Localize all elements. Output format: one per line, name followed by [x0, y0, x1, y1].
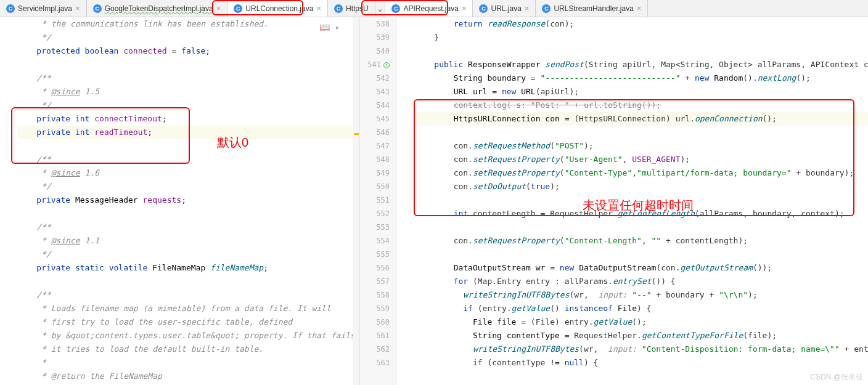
tab-bar: CServiceImpl.java×CGoogleTokenDispatcher…	[0, 0, 868, 17]
code-line[interactable]: * @since 1.6	[17, 166, 359, 180]
code-line[interactable]: private MessageHeader requests;	[17, 193, 359, 207]
tab-httpsu[interactable]: CHttpsU	[328, 0, 375, 17]
code-line[interactable]: */	[17, 180, 359, 193]
code-line[interactable]: /**	[17, 221, 359, 234]
code-line[interactable]: * @since 1.5	[17, 85, 359, 99]
code-line[interactable]	[415, 126, 868, 139]
code-line[interactable]: String contentType = RequestHelper.getCo…	[415, 329, 868, 342]
code-line[interactable]: */	[17, 248, 359, 261]
right-editor-pane: 538539540541I542543544545546547548549550…	[359, 17, 868, 385]
tab-label: ServiceImpl.java	[18, 4, 72, 13]
code-line[interactable]: * it tries to load the default built-in …	[17, 342, 359, 356]
code-line[interactable]	[415, 248, 868, 261]
code-line[interactable]	[17, 207, 359, 221]
code-line[interactable]: * by &quot;content.types.user.table&quot…	[17, 329, 359, 342]
tab-label: GoogleTokenDispatcherImpl.java	[105, 4, 213, 13]
code-line[interactable]: * @since 1.1	[17, 234, 359, 248]
code-line[interactable]: /**	[17, 288, 359, 302]
code-line[interactable]: return readResponse(con);	[415, 17, 868, 31]
code-line[interactable]: private int readTimeout;	[17, 126, 359, 139]
code-line[interactable]: */	[17, 99, 359, 112]
close-icon[interactable]: ×	[525, 4, 530, 13]
editor-split: * the communications link has been estab…	[0, 17, 868, 385]
class-icon: C	[391, 4, 400, 13]
code-line[interactable]: public ResponseWrapper sendPost(String a…	[415, 58, 868, 71]
code-line[interactable]: DataOutputStream wr = new DataOutputStre…	[415, 261, 868, 275]
left-code-area[interactable]: * the communications link has been estab…	[0, 17, 359, 383]
watermark: CSDN @张名佳	[810, 372, 863, 383]
code-line[interactable]: URL url = new URL(apiUrl);	[415, 85, 868, 99]
left-editor-pane: * the communications link has been estab…	[0, 17, 359, 385]
code-line[interactable]: * the communications link has been estab…	[17, 17, 359, 31]
code-line[interactable]	[17, 139, 359, 153]
close-icon[interactable]: ×	[216, 4, 221, 13]
class-icon: C	[93, 4, 102, 13]
tab-urlstreamhandler-java[interactable]: CURLStreamHandler.java×	[536, 0, 648, 17]
right-code-area[interactable]: return readResponse(con); } public Respo…	[359, 17, 868, 370]
code-line[interactable]: writeStringInUTF8Bytes(wr, input: "--" +…	[415, 288, 868, 302]
code-line[interactable]	[17, 275, 359, 288]
code-line[interactable]: */	[17, 31, 359, 44]
code-line[interactable]: if (entry.getValue() instanceof File) {	[415, 302, 868, 315]
tab-serviceimpl-java[interactable]: CServiceImpl.java×	[0, 0, 87, 17]
code-line[interactable]	[415, 193, 868, 207]
tab-url-java[interactable]: CURL.java×	[473, 0, 536, 17]
code-line[interactable]	[415, 44, 868, 58]
tab-label: URLConnection.java	[245, 4, 313, 13]
code-line[interactable]: writeStringInUTF8Bytes(wr, input: "Conte…	[415, 342, 868, 356]
code-line[interactable]: protected boolean connected = false;	[17, 44, 359, 58]
close-icon[interactable]: ×	[637, 4, 642, 13]
code-line[interactable]	[415, 221, 868, 234]
code-line[interactable]: * first try to load the user-specific ta…	[17, 315, 359, 329]
code-line[interactable]: * @return the FileNameMap	[17, 370, 359, 383]
tab-label: URL.java	[491, 4, 521, 13]
class-icon: C	[542, 4, 551, 13]
code-line[interactable]: String boundary = "---------------------…	[415, 71, 868, 85]
tab-apirequest-java[interactable]: CAPIRequest.java×	[385, 0, 473, 17]
code-line[interactable]: context.log( s: "Post: " + url.toString(…	[415, 99, 868, 112]
code-line[interactable]: * Loads filename map (a mimetable) from …	[17, 302, 359, 315]
code-line[interactable]: con.setRequestProperty("Content-Type","m…	[415, 166, 868, 180]
code-line[interactable]: /**	[17, 153, 359, 166]
code-line[interactable]: private int connectTimeout;	[17, 112, 359, 126]
class-icon: C	[234, 4, 242, 13]
code-line[interactable]: File file = (File) entry.getValue();	[415, 315, 868, 329]
left-scrollbar[interactable]	[353, 17, 359, 385]
class-icon: C	[334, 4, 343, 13]
reader-mode-icon[interactable]: 📖 ▸	[319, 22, 340, 32]
code-line[interactable]: for (Map.Entry entry : allParams.entrySe…	[415, 275, 868, 288]
close-icon[interactable]: ×	[75, 4, 80, 13]
close-icon[interactable]: ×	[316, 4, 321, 13]
code-line[interactable]: con.setRequestMethod("POST");	[415, 139, 868, 153]
tabs-dropdown-icon[interactable]: ⌄	[375, 4, 385, 13]
code-line[interactable]: }	[415, 31, 868, 44]
code-line[interactable]: con.setRequestProperty("Content-Length",…	[415, 234, 868, 248]
code-line[interactable]: if (contentType != null) {	[415, 356, 868, 370]
tab-label: URLStreamHandler.java	[554, 4, 633, 13]
class-icon: C	[479, 4, 488, 13]
code-line[interactable]: int contentLength = RequestHelper.getCon…	[415, 207, 868, 221]
code-line[interactable]: con.setRequestProperty("User-Agent", USE…	[415, 153, 868, 166]
class-icon: C	[6, 4, 15, 13]
tab-label: HttpsU	[346, 4, 369, 13]
tab-label: APIRequest.java	[403, 4, 458, 13]
code-line[interactable]: private static volatile FileNameMap file…	[17, 261, 359, 275]
tab-googletokendispatcherimpl-java[interactable]: CGoogleTokenDispatcherImpl.java×	[87, 0, 228, 17]
code-line[interactable]	[17, 58, 359, 71]
code-line[interactable]: /**	[17, 71, 359, 85]
code-line[interactable]: *	[17, 356, 359, 370]
code-line[interactable]: HttpsURLConnection con = (HttpsURLConnec…	[415, 112, 868, 126]
close-icon[interactable]: ×	[462, 4, 467, 13]
tab-urlconnection-java[interactable]: CURLConnection.java×	[227, 0, 328, 17]
code-line[interactable]: con.setDoOutput(true);	[415, 180, 868, 193]
